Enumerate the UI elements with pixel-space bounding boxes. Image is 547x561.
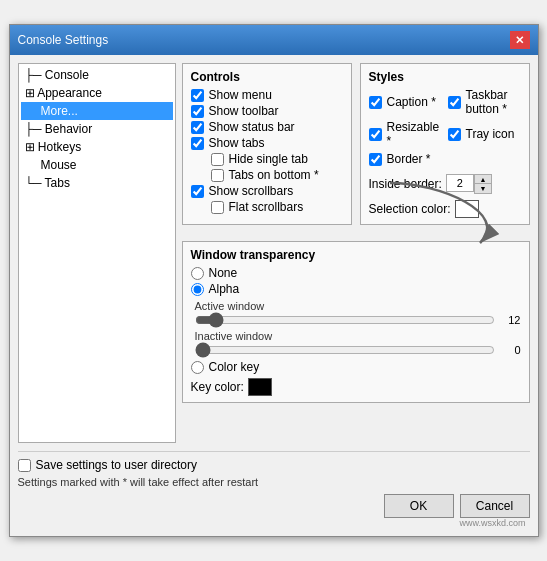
- show-toolbar-checkbox[interactable]: [191, 105, 204, 118]
- show-status-bar-row: Show status bar: [191, 120, 343, 134]
- show-status-bar-checkbox[interactable]: [191, 121, 204, 134]
- tray-icon-label: Tray icon: [466, 127, 515, 141]
- sidebar-item-appearance[interactable]: ⊞ Appearance: [21, 84, 173, 102]
- styles-section: Styles Caption * Taskbar button *: [360, 63, 530, 225]
- active-window-label: Active window: [195, 300, 521, 312]
- resizable-checkbox[interactable]: [369, 128, 382, 141]
- sidebar-item-more[interactable]: More...: [21, 102, 173, 120]
- alpha-radio[interactable]: [191, 283, 204, 296]
- styles-grid: Caption * Taskbar button * Resizable *: [369, 88, 521, 168]
- show-status-bar-label: Show status bar: [209, 120, 295, 134]
- show-toolbar-row: Show toolbar: [191, 104, 343, 118]
- save-settings-row: Save settings to user directory: [18, 458, 530, 472]
- inactive-window-label: Inactive window: [195, 330, 521, 342]
- inactive-window-value: 0: [501, 344, 521, 356]
- sidebar-item-tabs[interactable]: └─ Tabs: [21, 174, 173, 192]
- resizable-label: Resizable *: [387, 120, 442, 148]
- none-radio[interactable]: [191, 267, 204, 280]
- tabs-on-bottom-checkbox[interactable]: [211, 169, 224, 182]
- sidebar-item-mouse[interactable]: Mouse: [21, 156, 173, 174]
- flat-scrollbars-checkbox[interactable]: [211, 201, 224, 214]
- spinner-down-button[interactable]: ▼: [475, 184, 491, 193]
- controls-section: Controls Show menu Show toolbar Show sta…: [182, 63, 352, 225]
- border-label: Border *: [387, 152, 431, 166]
- active-window-value: 12: [501, 314, 521, 326]
- window-title: Console Settings: [18, 33, 109, 47]
- show-menu-row: Show menu: [191, 88, 343, 102]
- active-window-slider-row: 12: [195, 314, 521, 326]
- window-body: ├─ Console ⊞ Appearance More... ├─ Behav…: [10, 55, 538, 536]
- border-checkbox[interactable]: [369, 153, 382, 166]
- spinner-buttons: ▲ ▼: [474, 174, 492, 194]
- colorkey-radio[interactable]: [191, 361, 204, 374]
- sidebar-tree: ├─ Console ⊞ Appearance More... ├─ Behav…: [18, 63, 176, 443]
- hide-single-tab-checkbox[interactable]: [211, 153, 224, 166]
- sidebar-item-behavior[interactable]: ├─ Behavior: [21, 120, 173, 138]
- taskbar-button-label: Taskbar button *: [466, 88, 521, 116]
- taskbar-button-row: Taskbar button *: [448, 88, 521, 116]
- caption-row: Caption *: [369, 88, 442, 116]
- tray-icon-row: Tray icon: [448, 120, 521, 148]
- resizable-row: Resizable *: [369, 120, 442, 148]
- show-tabs-row: Show tabs: [191, 136, 343, 150]
- right-panel: Controls Show menu Show toolbar Show sta…: [182, 63, 530, 443]
- key-color-label: Key color:: [191, 380, 244, 394]
- colorkey-radio-row: Color key: [191, 360, 521, 374]
- spinner-up-button[interactable]: ▲: [475, 175, 491, 184]
- controls-styles-row: Controls Show menu Show toolbar Show sta…: [182, 63, 530, 225]
- none-radio-row: None: [191, 266, 521, 280]
- show-scrollbars-checkbox[interactable]: [191, 185, 204, 198]
- show-scrollbars-row: Show scrollbars: [191, 184, 343, 198]
- inactive-window-slider-area: Inactive window 0: [195, 330, 521, 356]
- inside-border-row: Inside border: ▲ ▼: [369, 174, 521, 194]
- selection-color-picker[interactable]: [455, 200, 479, 218]
- show-menu-checkbox[interactable]: [191, 89, 204, 102]
- flat-scrollbars-row: Flat scrollbars: [191, 200, 343, 214]
- settings-note: Settings marked with * will take effect …: [18, 476, 530, 488]
- inactive-window-slider[interactable]: [195, 344, 495, 356]
- alpha-radio-row: Alpha: [191, 282, 521, 296]
- key-color-picker[interactable]: [248, 378, 272, 396]
- transparency-title: Window transparency: [191, 248, 521, 262]
- tabs-on-bottom-row: Tabs on bottom *: [191, 168, 343, 182]
- taskbar-button-checkbox[interactable]: [448, 96, 461, 109]
- caption-checkbox[interactable]: [369, 96, 382, 109]
- console-settings-window: Console Settings ✕ ├─ Console ⊞ Appearan…: [9, 24, 539, 537]
- tabs-on-bottom-label: Tabs on bottom *: [229, 168, 319, 182]
- footer-area: Save settings to user directory Settings…: [18, 451, 530, 528]
- hide-single-tab-label: Hide single tab: [229, 152, 308, 166]
- active-window-slider[interactable]: [195, 314, 495, 326]
- inside-border-input[interactable]: [446, 174, 474, 192]
- ok-button[interactable]: OK: [384, 494, 454, 518]
- show-toolbar-label: Show toolbar: [209, 104, 279, 118]
- transparency-section: Window transparency None Alpha Active wi…: [182, 241, 530, 403]
- controls-title: Controls: [191, 70, 343, 84]
- save-settings-label: Save settings to user directory: [36, 458, 197, 472]
- save-settings-checkbox[interactable]: [18, 459, 31, 472]
- sidebar-item-console[interactable]: ├─ Console: [21, 66, 173, 84]
- show-menu-label: Show menu: [209, 88, 272, 102]
- show-tabs-label: Show tabs: [209, 136, 265, 150]
- show-tabs-checkbox[interactable]: [191, 137, 204, 150]
- border-row: Border *: [369, 152, 442, 166]
- selection-color-row: Selection color:: [369, 200, 521, 218]
- show-scrollbars-label: Show scrollbars: [209, 184, 294, 198]
- caption-label: Caption *: [387, 95, 436, 109]
- selection-color-label: Selection color:: [369, 202, 451, 216]
- hide-single-tab-row: Hide single tab: [191, 152, 343, 166]
- active-window-slider-area: Active window 12: [195, 300, 521, 326]
- titlebar: Console Settings ✕: [10, 25, 538, 55]
- flat-scrollbars-label: Flat scrollbars: [229, 200, 304, 214]
- button-row: OK Cancel: [18, 494, 530, 518]
- colorkey-label: Color key: [209, 360, 260, 374]
- main-area: ├─ Console ⊞ Appearance More... ├─ Behav…: [18, 63, 530, 443]
- close-button[interactable]: ✕: [510, 31, 530, 49]
- tray-icon-checkbox[interactable]: [448, 128, 461, 141]
- inside-border-spinner: ▲ ▼: [446, 174, 492, 194]
- inside-border-label: Inside border:: [369, 177, 442, 191]
- inactive-window-slider-row: 0: [195, 344, 521, 356]
- cancel-button[interactable]: Cancel: [460, 494, 530, 518]
- watermark: www.wsxkd.com: [18, 518, 530, 528]
- styles-title: Styles: [369, 70, 521, 84]
- sidebar-item-hotkeys[interactable]: ⊞ Hotkeys: [21, 138, 173, 156]
